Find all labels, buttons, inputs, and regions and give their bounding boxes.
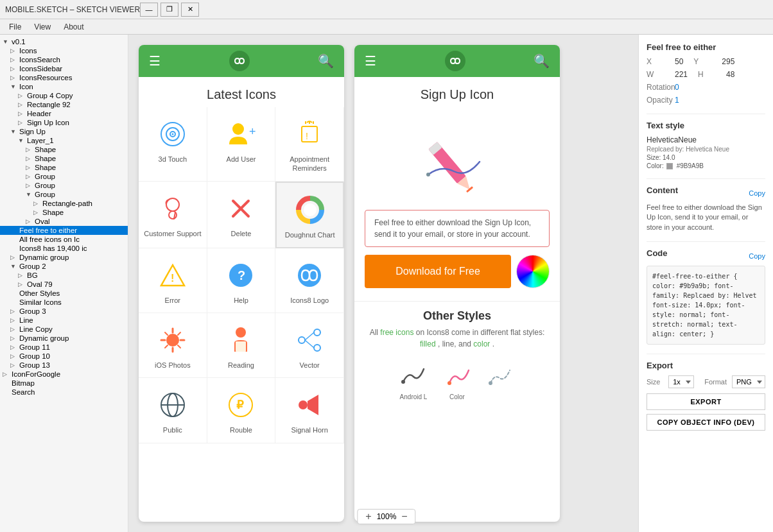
content-copy-link[interactable]: Copy: [749, 189, 765, 197]
xy-row: X 50 Y 295: [647, 57, 765, 66]
sidebar-item-iconsresources[interactable]: ▷IconsResources: [0, 73, 128, 82]
sidebar-item-iconforgoogle[interactable]: ▷IconForGoogle: [0, 370, 128, 379]
menu-file[interactable]: File: [3, 21, 28, 33]
sidebar-item-bitmap[interactable]: Bitmap: [0, 379, 128, 388]
menu-view[interactable]: View: [28, 21, 57, 33]
desc-filled-link[interactable]: filled: [420, 339, 436, 348]
sidebar-item-otherstyles[interactable]: Other Styles: [0, 289, 128, 298]
restore-button[interactable]: ❐: [161, 3, 178, 17]
sidebar-item-shape3[interactable]: ▷Shape: [0, 163, 128, 172]
opacity-row: Opacity 1: [647, 96, 765, 105]
text-style-title: Text style: [647, 121, 765, 130]
sidebar-item-shape4[interactable]: ▷Shape: [0, 208, 128, 217]
sidebar-item-iconssearch[interactable]: ▷IconsSearch: [0, 55, 128, 64]
export-button[interactable]: EXPORT: [647, 393, 765, 410]
sidebar-item-shape1[interactable]: ▷Shape: [0, 145, 128, 154]
sidebar-item-group2b[interactable]: ▼Group 2: [0, 262, 128, 271]
minimize-button[interactable]: —: [140, 3, 158, 17]
tree-label-otherstyles: Other Styles: [18, 289, 60, 297]
sidebar-item-rectpath[interactable]: ▷Rectangle-path: [0, 199, 128, 208]
svg-point-45: [426, 173, 430, 176]
tree-label-group4copy: Group 4 Copy: [26, 92, 73, 99]
sidebar-item-group11[interactable]: ▷Group 11: [0, 343, 128, 352]
search-icon-detail[interactable]: 🔍: [534, 53, 550, 69]
icon-cell-customersupport[interactable]: Customer Support: [139, 182, 207, 248]
sidebar-item-linecopy[interactable]: ▷Line Copy: [0, 325, 128, 334]
sidebar-item-signupicon[interactable]: ▷Sign Up Icon: [0, 118, 128, 127]
sidebar-item-icons8has19400ic[interactable]: Icons8 has 19,400 ic: [0, 244, 128, 253]
rotation-row: Rotation 0: [647, 83, 765, 92]
sidebar-item-group13[interactable]: ▷Group 13: [0, 361, 128, 370]
style-android-l[interactable]: Android L: [397, 357, 430, 400]
hamburger-icon-detail[interactable]: ☰: [365, 53, 376, 69]
zoom-in-button[interactable]: +: [363, 511, 374, 522]
sidebar-item-dynamicgroup2[interactable]: ▷Dynamic group: [0, 334, 128, 343]
tree-label-group13: Group 13: [18, 361, 50, 369]
sidebar-item-group4copy[interactable]: ▷Group 4 Copy: [0, 91, 128, 100]
sidebar-item-group1[interactable]: ▷Group: [0, 172, 128, 181]
icon-cell-appointmentreminders[interactable]: ! Appointment Reminders: [275, 107, 344, 182]
icon-cell-reading[interactable]: Reading: [207, 313, 276, 378]
size-select[interactable]: 1x 2x 3x: [668, 375, 694, 388]
sidebar-item-iconssidebar[interactable]: ▷IconsSidebar: [0, 64, 128, 73]
font-size: Size: 14.0: [647, 154, 765, 161]
sidebar-item-groupnested[interactable]: ▼Group: [0, 190, 128, 199]
hamburger-icon[interactable]: ☰: [149, 53, 161, 69]
sidebar-item-feelfreetoeither[interactable]: Feel free to either: [0, 226, 128, 235]
sidebar-item-header[interactable]: ▷Header: [0, 109, 128, 118]
divider-4: [647, 354, 765, 354]
style-third[interactable]: [484, 357, 517, 400]
icon-cell-icons8logo[interactable]: Icons8 Logo: [275, 248, 344, 313]
close-button[interactable]: ✕: [181, 3, 199, 17]
tree-arrow-signup: ▼: [10, 128, 18, 135]
sidebar-item-icons[interactable]: ▷Icons: [0, 46, 128, 55]
desc-free-icons-link[interactable]: free icons: [380, 328, 413, 337]
icon-cell-signalhorn[interactable]: Signal Horn: [275, 378, 344, 443]
opacity-label: Opacity: [647, 96, 664, 105]
sidebar-item-v01[interactable]: ▼v0.1: [0, 37, 128, 46]
sidebar-item-group3[interactable]: ▷Group 3: [0, 307, 128, 316]
sidebar-item-group2[interactable]: ▷Group: [0, 181, 128, 190]
sidebar-item-shape2[interactable]: ▷Shape: [0, 154, 128, 163]
icon-cell-help[interactable]: ? Help: [207, 248, 276, 313]
sidebar-item-line[interactable]: ▷Line: [0, 316, 128, 325]
titlebar: MOBILE.SKETCH – SKETCH VIEWER — ❐ ✕: [0, 0, 773, 19]
icon-cell-vector[interactable]: Vector: [275, 313, 344, 378]
desc-color-link[interactable]: color: [473, 339, 490, 348]
icon-detail-header: ☰ 🔍: [354, 45, 560, 77]
icon-cell-public[interactable]: Public: [139, 378, 207, 443]
icon-cell-3dtouch[interactable]: 3d Touch: [139, 107, 207, 182]
zoom-out-button[interactable]: −: [399, 511, 410, 522]
format-select[interactable]: PNG SVG PDF: [732, 375, 765, 388]
download-free-button[interactable]: Download for Free: [365, 255, 511, 288]
icon-cell-error[interactable]: ! Error: [139, 248, 207, 313]
icon-label-vector: Vector: [300, 361, 320, 370]
sidebar-item-signup[interactable]: ▼Sign Up: [0, 127, 128, 136]
icon-cell-doughnutchart[interactable]: Doughnut Chart: [275, 182, 344, 248]
sidebar-item-rect92[interactable]: ▷Rectangle 92: [0, 100, 128, 109]
tree-arrow-layer1: ▼: [18, 137, 26, 144]
icon-cell-adduser[interactable]: + Add User: [207, 107, 276, 182]
sidebar-item-search[interactable]: Search: [0, 388, 128, 397]
sidebar-item-similaricons[interactable]: Similar Icons: [0, 298, 128, 307]
sidebar-item-bg[interactable]: ▷BG: [0, 271, 128, 280]
tree-arrow-linecopy: ▷: [10, 326, 18, 332]
sidebar-item-group10[interactable]: ▷Group 10: [0, 352, 128, 361]
color-wheel[interactable]: [516, 255, 550, 288]
icon-cell-rouble[interactable]: ₽ Rouble: [207, 378, 276, 443]
sidebar-item-layer1[interactable]: ▼Layer_1: [0, 136, 128, 145]
code-copy-link[interactable]: Copy: [749, 252, 765, 260]
icon-cell-iosphotos[interactable]: iOS Photos: [139, 313, 207, 378]
icon-cell-delete[interactable]: Delete: [207, 182, 276, 248]
sidebar-item-allfreeiconsonlc[interactable]: All free icons on Ic: [0, 235, 128, 244]
style-color[interactable]: Color: [440, 357, 474, 400]
sidebar-item-dynamicgroup[interactable]: ▷Dynamic group: [0, 253, 128, 262]
menu-about[interactable]: About: [57, 21, 90, 33]
tree-label-v01: v0.1: [10, 38, 26, 46]
sidebar-item-oval79[interactable]: ▷Oval 79: [0, 280, 128, 289]
sidebar-item-icon[interactable]: ▼Icon: [0, 82, 128, 91]
sidebar-item-oval[interactable]: ▷Oval: [0, 217, 128, 226]
search-icon-header[interactable]: 🔍: [318, 53, 334, 69]
copy-object-info-button[interactable]: COPY OBJECT INFO (DEV): [647, 414, 765, 431]
tree-arrow-icons: ▷: [10, 47, 18, 54]
